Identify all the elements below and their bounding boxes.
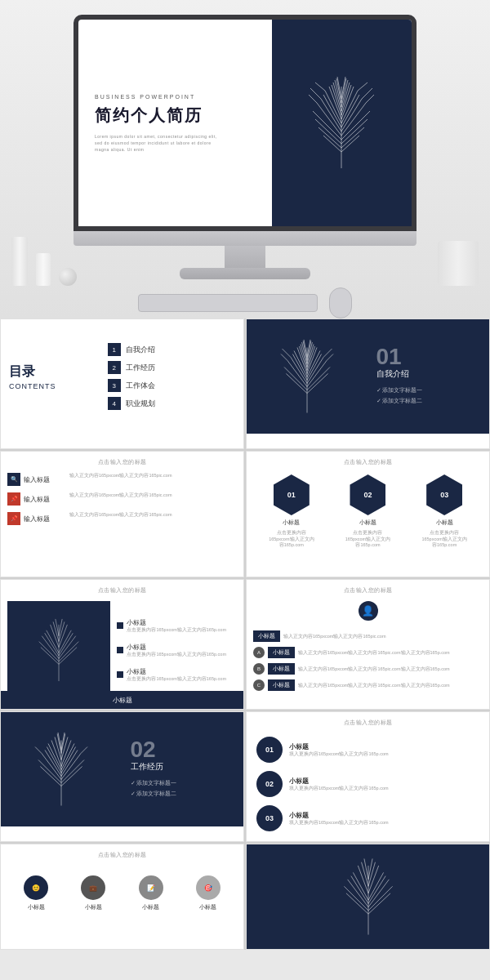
svg-line-105 xyxy=(347,880,368,907)
circle-desc-3: 填入更换内容165pxcom输入正文内容165p.com xyxy=(289,820,389,826)
contents-num-1: 1 xyxy=(108,343,121,356)
bottom-circle-shape-4: 🎯 xyxy=(196,875,220,900)
svg-line-39 xyxy=(287,373,308,393)
svg-line-15 xyxy=(341,103,366,136)
svg-line-28 xyxy=(341,77,345,99)
svg-line-116 xyxy=(368,893,390,914)
svg-line-59 xyxy=(307,339,310,357)
work-title: 工作经历 xyxy=(131,761,236,773)
imac-neck xyxy=(225,246,265,268)
svg-line-77 xyxy=(59,630,71,653)
cylinder-short xyxy=(36,253,51,286)
slide-title-3a: 点击输入您的标题 xyxy=(7,586,237,595)
slide-timeline: 点击输入您的标题 🔍 输入标题 输入正文内容165pxcom输入正文内容165p… xyxy=(0,451,244,577)
svg-line-69 xyxy=(47,630,59,653)
slide-bottom-left: 点击输入您的标题 😊 小标题 💼 小标题 📝 小标题 🎯 小标题 xyxy=(0,844,244,950)
feather-art xyxy=(272,20,412,226)
work-slide-inner: 02 工作经历 ✓ 添加文字标题一 ✓ 添加文字标题二 xyxy=(1,712,243,826)
hex-num-2: 02 xyxy=(363,491,372,499)
text-dot-3 xyxy=(117,671,123,678)
svg-line-109 xyxy=(353,872,368,900)
circle-01: 01 xyxy=(256,737,283,763)
hex-num-1: 01 xyxy=(287,491,296,499)
hex-desc-3: 点击更换内容165pxcom输入正文内容165p.com xyxy=(420,530,469,549)
slide-hex-cards: 点击输入您的标题 01 小标题 点击更换内容165pxcom输入正文内容165p… xyxy=(246,451,490,577)
bottom-circle-label-3: 小标题 xyxy=(142,903,159,911)
contents-num-2: 2 xyxy=(108,361,121,374)
person-icon-area: 👤 xyxy=(253,601,483,621)
hex-num-3: 03 xyxy=(440,491,448,499)
svg-line-92 xyxy=(61,753,81,779)
circle-label-3: 小标题 xyxy=(289,811,389,820)
keyboard-row xyxy=(138,287,352,318)
svg-line-114 xyxy=(368,876,385,904)
hex-label-2: 小标题 xyxy=(359,519,376,527)
svg-line-7 xyxy=(323,95,341,127)
svg-line-20 xyxy=(341,136,359,152)
svg-line-1 xyxy=(317,103,341,136)
svg-line-16 xyxy=(341,99,362,131)
svg-line-80 xyxy=(59,619,62,636)
process-top-label: 小标题 xyxy=(253,630,280,642)
svg-line-60 xyxy=(281,354,287,360)
circles-container: 01 小标题 填入更换内容165pxcom输入正文内容165p.com 02 小… xyxy=(253,733,483,835)
hex-desc-1: 点击更换内容165pxcom输入正文内容165p.com xyxy=(267,530,316,549)
contents-text-2: 工作经历 xyxy=(126,363,155,373)
text-half: 小标题 点击更换内容165pxcom输入正文内容165p.com 小标题 点击更… xyxy=(110,601,237,699)
svg-line-91 xyxy=(58,732,61,750)
svg-line-108 xyxy=(345,893,368,914)
svg-line-66 xyxy=(45,633,59,656)
svg-line-73 xyxy=(59,636,76,659)
svg-line-21 xyxy=(341,95,359,127)
tl-item-3: 📌 输入标题 输入正文内容165pxcom输入正文内容165pic.com xyxy=(7,512,237,525)
text-item-desc-1: 点击更换内容165pxcom输入正文内容165p.com xyxy=(127,627,226,633)
hex-card-1: 01 小标题 点击更换内容165pxcom输入正文内容165p.com xyxy=(267,474,316,549)
tl-icon-1: 🔍 xyxy=(7,473,20,486)
contents-text-4: 职业规划 xyxy=(126,399,155,409)
imac-chin xyxy=(74,231,416,246)
svg-line-19 xyxy=(341,127,364,148)
contents-text-1: 自我介绍 xyxy=(126,345,155,355)
contents-title-cn: 目录 xyxy=(9,363,100,381)
contents-left: 目录 CONTENTS xyxy=(9,327,100,425)
slide-self-intro: 01 自我介绍 ✓ 添加文字标题一 ✓ 添加文字标题二 xyxy=(246,318,490,449)
lamp xyxy=(438,241,479,286)
tl-icon-2: 📌 xyxy=(7,492,20,506)
text-item-desc-3: 点击更换内容165pxcom输入正文内容165p.com xyxy=(127,676,226,682)
svg-line-107 xyxy=(344,886,368,911)
bottom-circle-1: 😊 小标题 xyxy=(24,875,48,911)
slide-left: BUSINESS POWERPOINT 简约个人简历 Lorem ipsum d… xyxy=(78,20,272,226)
svg-line-37 xyxy=(291,357,307,383)
process-label-a: 小标题 xyxy=(268,647,295,658)
contents-item-4: 4 职业规划 xyxy=(108,397,235,410)
slide-lorem: Lorem ipsum dolor sit amet, consectetur … xyxy=(95,133,256,153)
svg-line-61 xyxy=(283,349,291,357)
process-dot-b: B xyxy=(253,663,265,675)
svg-line-52 xyxy=(307,354,322,380)
contents-text-3: 工作体会 xyxy=(126,381,155,391)
bottom-circle-shape-1: 😊 xyxy=(24,875,48,900)
slide-work: 02 工作经历 ✓ 添加文字标题一 ✓ 添加文字标题二 xyxy=(0,711,244,842)
desk-items-right xyxy=(438,241,479,286)
hex-card-3: 03 小标题 点击更换内容165pxcom输入正文内容165p.com xyxy=(420,474,469,549)
svg-line-103 xyxy=(81,746,87,753)
contents-item-2: 2 工作经历 xyxy=(108,361,235,374)
svg-line-51 xyxy=(307,373,328,393)
slide-title-cn: 简约个人简历 xyxy=(95,105,256,127)
desk-items-left xyxy=(11,237,77,286)
process-slide: 小标题 输入正文内容165pxcom输入正文内容165pic.com A 小标题… xyxy=(253,624,483,691)
intro-num: 01 xyxy=(376,345,482,368)
work-right: 02 工作经历 ✓ 添加文字标题一 ✓ 添加文字标题二 xyxy=(122,730,244,808)
circle-row-2: 02 小标题 填入更换内容165pxcom输入正文内容165p.com xyxy=(256,771,479,797)
slides-grid: 目录 CONTENTS 1 自我介绍 2 工作经历 3 工作体会 4 xyxy=(0,318,490,950)
text-item-label-1: 小标题 xyxy=(127,618,226,627)
circle-label-2: 小标题 xyxy=(289,777,389,786)
slide-img-text: 点击输入您的标题 xyxy=(0,579,244,710)
svg-line-62 xyxy=(327,354,333,360)
process-label-b: 小标题 xyxy=(268,663,295,675)
hex-card-2: 02 小标题 点击更换内容165pxcom输入正文内容165p.com xyxy=(343,474,392,549)
svg-line-33 xyxy=(362,88,372,99)
tl-label-1: 输入标题 xyxy=(24,475,50,484)
slide-bottom-right xyxy=(246,844,490,950)
process-top-desc: 输入正文内容165pxcom输入正文内容165pic.com xyxy=(283,634,483,639)
